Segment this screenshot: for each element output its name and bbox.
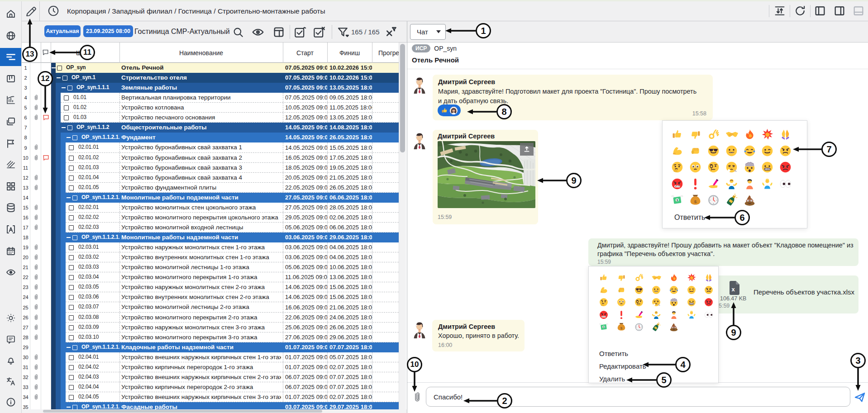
emoji-wink[interactable]	[682, 284, 700, 296]
emoji-angel[interactable]	[682, 309, 700, 321]
attachment-paperclip-icon[interactable]	[32, 313, 41, 322]
emoji-champagne[interactable]	[648, 321, 665, 333]
row-checkbox[interactable]	[67, 125, 72, 130]
emoji-grimace[interactable]	[758, 159, 777, 176]
row-checkbox[interactable]	[72, 235, 77, 240]
emoji-exploding[interactable]	[665, 296, 683, 309]
row-checkbox[interactable]	[64, 95, 69, 100]
emoji-exclamation[interactable]	[687, 176, 705, 192]
collapse-toggle[interactable]	[57, 77, 61, 78]
wbs-row-8[interactable]: 8OP_syn.1.1.2.1.Фундамент14.05.2025 09:0…	[22, 133, 399, 142]
row-checkbox[interactable]	[72, 135, 77, 140]
attachment-paperclip-icon[interactable]	[32, 363, 41, 371]
attachment-paperclip-icon[interactable]	[32, 94, 41, 102]
collapse-toggle[interactable]	[67, 137, 71, 138]
wbs-row-11[interactable]: 1102.01.03Устройство буронабивных свай з…	[22, 163, 399, 173]
attachment-paperclip-icon[interactable]	[32, 214, 41, 222]
row-checkbox[interactable]	[69, 335, 74, 340]
wbs-row-33[interactable]: 3302.04.04Устройство кирпичных перегород…	[22, 382, 399, 392]
clear-filter-button[interactable]	[383, 25, 399, 39]
history-clock-button[interactable]	[47, 4, 60, 18]
wbs-row-22[interactable]: 2202.03.04Устройство монолитного перекры…	[22, 272, 399, 282]
collapse-toggle[interactable]	[67, 347, 71, 348]
select-all-button[interactable]	[292, 25, 308, 39]
emoji-writing[interactable]	[705, 176, 723, 192]
wbs-row-19[interactable]: 1902.03.01Устройство наружных монолитных…	[22, 242, 399, 252]
row-checkbox[interactable]	[69, 166, 74, 171]
sidebar-translate-icon[interactable]	[5, 375, 17, 387]
attachment-paperclip-icon[interactable]	[32, 184, 41, 192]
emoji-clock[interactable]	[630, 321, 648, 333]
attachment-paperclip-icon[interactable]	[32, 383, 41, 391]
visibility-button[interactable]	[251, 25, 265, 39]
sidebar-database-icon[interactable]	[5, 202, 17, 214]
menu-item-reply[interactable]: Ответить	[599, 350, 628, 357]
emoji-flex[interactable]	[668, 142, 687, 159]
row-checkbox[interactable]	[72, 405, 77, 410]
attachment-paperclip-icon[interactable]	[32, 223, 41, 232]
table-vertical-scrollbar[interactable]	[399, 43, 406, 409]
wbs-row-20[interactable]: 2002.03.02Устройство внутренних монолитн…	[22, 252, 399, 262]
column-header-start[interactable]: Старт	[283, 43, 327, 63]
emoji-joy[interactable]	[740, 142, 758, 159]
emoji-champagne[interactable]	[722, 192, 740, 209]
attachment-paperclip-icon[interactable]	[32, 393, 41, 401]
emoji-flex[interactable]	[595, 284, 613, 296]
row-checkbox[interactable]	[69, 295, 74, 300]
wbs-row-9[interactable]: 902.01.01Устройство буронабивных свай за…	[22, 142, 399, 153]
row-checkbox[interactable]	[72, 195, 77, 200]
row-checkbox[interactable]	[69, 285, 74, 290]
emoji-angel[interactable]	[758, 176, 777, 192]
row-checkbox[interactable]	[69, 265, 74, 270]
emoji-money-bag[interactable]: $	[613, 321, 630, 333]
emoji-eyes[interactable]	[700, 309, 718, 321]
emoji-fist[interactable]	[613, 284, 630, 296]
attachment-paperclip-icon[interactable]	[32, 263, 41, 271]
wbs-row-1[interactable]: 1OP_synОтель Речной07.05.2025 09:0010.02…	[22, 63, 399, 73]
wbs-row-7[interactable]: 7OP_syn.1.1.2Общестроительные работы14.0…	[22, 123, 399, 133]
row-checkbox[interactable]	[69, 355, 74, 360]
search-button[interactable]	[231, 25, 245, 39]
emoji-writing[interactable]	[630, 309, 648, 321]
collapse-toggle[interactable]	[67, 237, 71, 238]
row-checkbox[interactable]	[69, 145, 74, 150]
sidebar-bell-icon[interactable]	[5, 354, 17, 366]
row-checkbox[interactable]	[69, 185, 74, 190]
row-checkbox[interactable]	[69, 215, 74, 220]
wbs-row-32[interactable]: 3202.04.03Устройство внешних наружных ки…	[22, 372, 399, 382]
sort-button[interactable]	[772, 4, 787, 18]
emoji-sunglasses[interactable]	[705, 142, 723, 159]
layout-left-panel-button[interactable]	[812, 4, 828, 18]
emoji-eyes[interactable]	[777, 176, 795, 192]
wbs-row-21[interactable]: 2102.03.03Устройство монолитной лестницы…	[22, 262, 399, 272]
emoji-grin[interactable]	[648, 284, 665, 296]
collapse-toggle[interactable]	[62, 87, 66, 88]
wbs-row-31[interactable]: 3102.04.02Устройство кирпичных перегород…	[22, 362, 399, 372]
refresh-button[interactable]	[792, 4, 808, 18]
attachment-paperclip-icon[interactable]	[32, 323, 41, 332]
wbs-row-6[interactable]: 601.03Устройство песчаного основания12.0…	[22, 113, 399, 123]
row-checkbox[interactable]	[69, 275, 74, 280]
table-horizontal-scrollbar[interactable]	[22, 409, 407, 413]
row-checkbox[interactable]	[69, 225, 74, 230]
emoji-monocle[interactable]	[630, 296, 648, 309]
emoji-ok-hand[interactable]	[630, 271, 648, 284]
emoji-angry[interactable]	[700, 284, 718, 296]
menu-item-delete[interactable]: Удалить	[599, 375, 625, 383]
emoji-thumbs-up[interactable]	[595, 271, 613, 284]
emoji-pleading[interactable]	[613, 296, 630, 309]
emoji-exploding[interactable]	[740, 159, 758, 176]
wbs-row-29[interactable]: 29OP_syn.1.1.2.1.Кладочные работы надзем…	[22, 342, 399, 352]
wbs-row-2[interactable]: 2OP_syn.1Строительство отеля07.05.2025 0…	[22, 73, 399, 83]
sidebar-home-icon[interactable]	[5, 8, 17, 20]
attachment-paperclip-icon[interactable]	[32, 114, 41, 122]
layout-bottom-panel-button[interactable]	[851, 4, 866, 18]
emoji-shrug[interactable]	[648, 309, 665, 321]
attachment-paperclip-icon[interactable]	[32, 333, 41, 342]
sidebar-chart-icon[interactable]	[5, 94, 17, 106]
emoji-thumbs-down[interactable]	[613, 271, 630, 284]
row-checkbox[interactable]	[62, 76, 67, 81]
deselect-all-button[interactable]	[311, 25, 327, 39]
emoji-fist[interactable]	[687, 142, 705, 159]
emoji-cursing[interactable]	[668, 176, 687, 192]
